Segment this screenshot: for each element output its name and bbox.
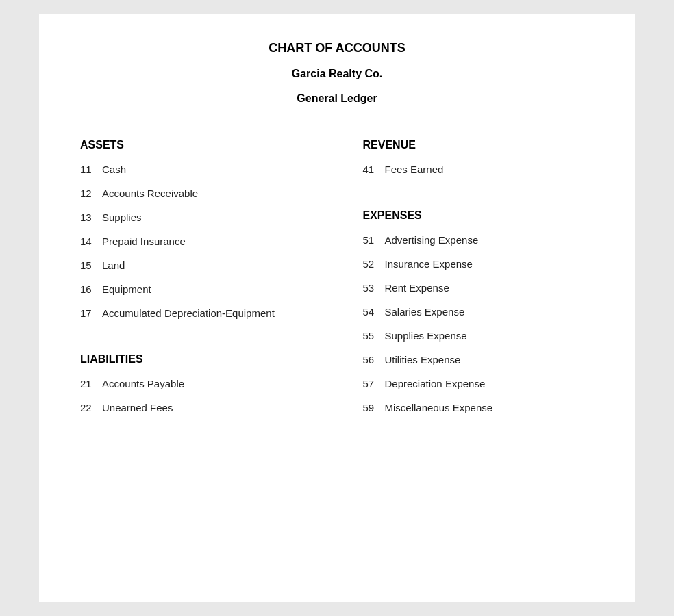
account-name: Fees Earned xyxy=(385,164,444,175)
header: CHART OF ACCOUNTS Garcia Realty Co. Gene… xyxy=(80,41,594,105)
assets-heading: ASSETS xyxy=(80,139,312,151)
expenses-list: 51 Advertising Expense 52 Insurance Expe… xyxy=(363,234,595,413)
liabilities-list: 21 Accounts Payable 22 Unearned Fees xyxy=(80,378,312,413)
account-number: 51 xyxy=(363,234,385,246)
list-item: 57 Depreciation Expense xyxy=(363,378,595,389)
list-item: 59 Miscellaneous Expense xyxy=(363,402,595,413)
liabilities-section: LIABILITIES 21 Accounts Payable 22 Unear… xyxy=(80,353,312,413)
page-container: CHART OF ACCOUNTS Garcia Realty Co. Gene… xyxy=(39,14,635,602)
expenses-heading: EXPENSES xyxy=(363,209,595,222)
account-number: 16 xyxy=(80,283,102,295)
account-number: 57 xyxy=(363,378,385,389)
list-item: 13 Supplies xyxy=(80,211,312,223)
account-name: Unearned Fees xyxy=(102,402,173,413)
account-name: Cash xyxy=(102,164,126,175)
left-column: ASSETS 11 Cash 12 Accounts Receivable 13… xyxy=(80,132,312,426)
account-number: 21 xyxy=(80,378,102,389)
account-number: 53 xyxy=(363,282,385,294)
account-number: 41 xyxy=(363,164,385,175)
assets-list: 11 Cash 12 Accounts Receivable 13 Suppli… xyxy=(80,164,312,319)
account-name: Insurance Expense xyxy=(385,258,473,270)
account-number: 14 xyxy=(80,235,102,247)
account-number: 56 xyxy=(363,354,385,365)
account-name: Utilities Expense xyxy=(385,354,461,365)
account-name: Accumulated Depreciation-Equipment xyxy=(102,307,275,319)
account-number: 55 xyxy=(363,330,385,342)
list-item: 51 Advertising Expense xyxy=(363,234,595,246)
page-title: CHART OF ACCOUNTS xyxy=(80,41,594,55)
revenue-list: 41 Fees Earned xyxy=(363,164,595,175)
account-name: Miscellaneous Expense xyxy=(385,402,493,413)
list-item: 16 Equipment xyxy=(80,283,312,295)
account-name: Salaries Expense xyxy=(385,306,465,318)
list-item: 54 Salaries Expense xyxy=(363,306,595,318)
account-name: Depreciation Expense xyxy=(385,378,486,389)
liabilities-heading: LIABILITIES xyxy=(80,353,312,365)
account-number: 54 xyxy=(363,306,385,318)
list-item: 41 Fees Earned xyxy=(363,164,595,175)
list-item: 17 Accumulated Depreciation-Equipment xyxy=(80,307,312,319)
account-number: 11 xyxy=(80,164,102,175)
list-item: 14 Prepaid Insurance xyxy=(80,235,312,247)
list-item: 52 Insurance Expense xyxy=(363,258,595,270)
account-number: 59 xyxy=(363,402,385,413)
account-number: 22 xyxy=(80,402,102,413)
list-item: 55 Supplies Expense xyxy=(363,330,595,342)
company-name: Garcia Realty Co. xyxy=(80,68,594,80)
account-name: Prepaid Insurance xyxy=(102,235,186,247)
list-item: 22 Unearned Fees xyxy=(80,402,312,413)
account-number: 52 xyxy=(363,258,385,270)
list-item: 56 Utilities Expense xyxy=(363,354,595,365)
account-name: Supplies Expense xyxy=(385,330,467,342)
list-item: 11 Cash xyxy=(80,164,312,175)
list-item: 21 Accounts Payable xyxy=(80,378,312,389)
list-item: 12 Accounts Receivable xyxy=(80,188,312,199)
list-item: 53 Rent Expense xyxy=(363,282,595,294)
account-name: Accounts Receivable xyxy=(102,188,198,199)
account-name: Rent Expense xyxy=(385,282,449,294)
account-name: Supplies xyxy=(102,211,142,223)
account-number: 13 xyxy=(80,211,102,223)
list-item: 15 Land xyxy=(80,259,312,271)
account-number: 15 xyxy=(80,259,102,271)
account-name: Equipment xyxy=(102,283,151,295)
account-number: 17 xyxy=(80,307,102,319)
account-number: 12 xyxy=(80,188,102,199)
account-name: Advertising Expense xyxy=(385,234,479,246)
account-name: Land xyxy=(102,259,125,271)
main-columns: ASSETS 11 Cash 12 Accounts Receivable 13… xyxy=(80,132,594,426)
revenue-heading: REVENUE xyxy=(363,139,595,151)
right-column: REVENUE 41 Fees Earned EXPENSES 51 Adver… xyxy=(363,132,595,426)
expenses-section: EXPENSES 51 Advertising Expense 52 Insur… xyxy=(363,209,595,413)
account-name: Accounts Payable xyxy=(102,378,184,389)
ledger-type: General Ledger xyxy=(80,92,594,105)
